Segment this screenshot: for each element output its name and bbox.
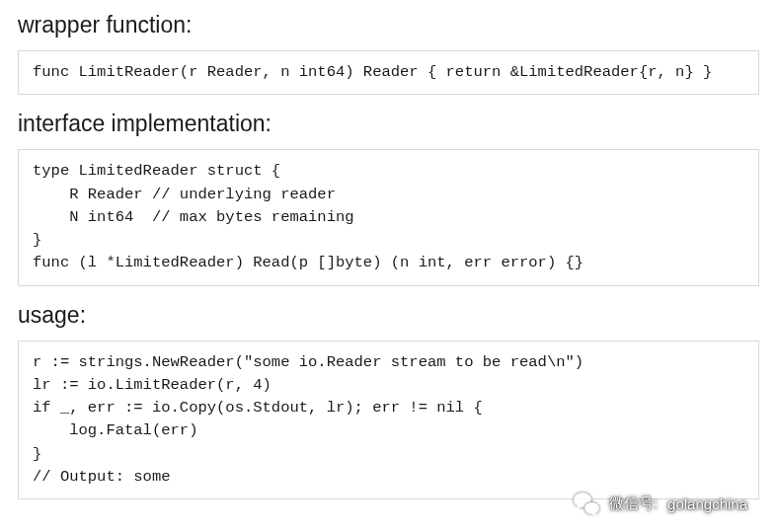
heading-wrapper-function: wrapper function:: [18, 12, 759, 38]
watermark: 微信号: golangchina: [574, 493, 747, 514]
code-block-wrapper: func LimitReader(r Reader, n int64) Read…: [18, 50, 759, 95]
code-block-usage: r := strings.NewReader("some io.Reader s…: [18, 341, 759, 500]
wechat-icon: [574, 493, 599, 514]
heading-usage: usage:: [18, 302, 759, 329]
document-container: wrapper function: func LimitReader(r Rea…: [0, 0, 777, 527]
watermark-account: golangchina: [667, 495, 747, 512]
code-block-interface: type LimitedReader struct { R Reader // …: [18, 149, 759, 285]
heading-interface-implementation: interface implementation:: [18, 111, 759, 137]
watermark-label: 微信号:: [609, 494, 658, 513]
